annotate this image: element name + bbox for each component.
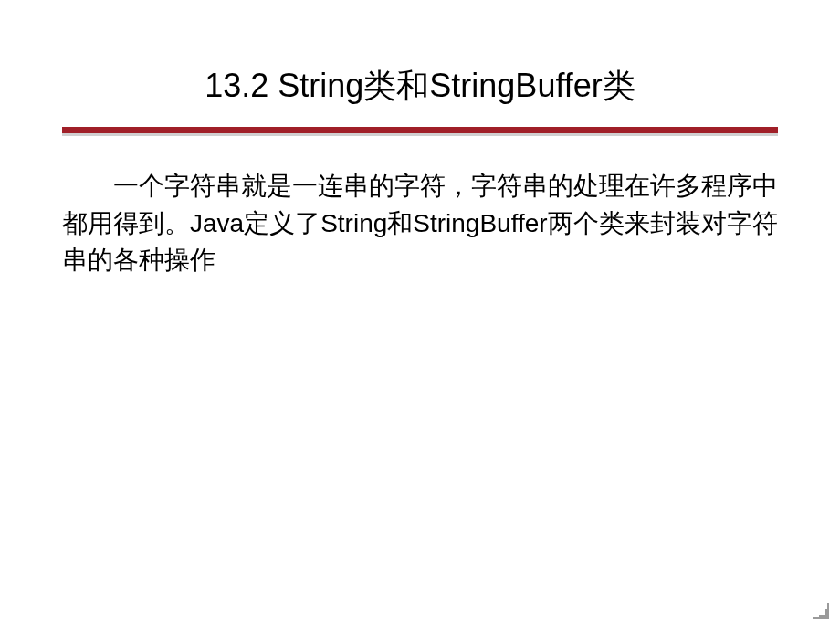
resize-corner-icon bbox=[813, 603, 829, 619]
slide-title: 13.2 String类和StringBuffer类 bbox=[55, 64, 785, 109]
body-content: 一个字符串就是一连串的字符，字符串的处理在许多程序中都用得到。Java定义了St… bbox=[62, 172, 778, 274]
corner-box-icon bbox=[819, 609, 827, 617]
divider-shadow-bar bbox=[62, 133, 778, 136]
slide-container: 13.2 String类和StringBuffer类 一个字符串就是一连串的字符… bbox=[0, 0, 840, 630]
divider-red-bar bbox=[62, 127, 778, 133]
slide-body-text: 一个字符串就是一连串的字符，字符串的处理在许多程序中都用得到。Java定义了St… bbox=[55, 168, 785, 279]
title-divider bbox=[55, 127, 785, 136]
